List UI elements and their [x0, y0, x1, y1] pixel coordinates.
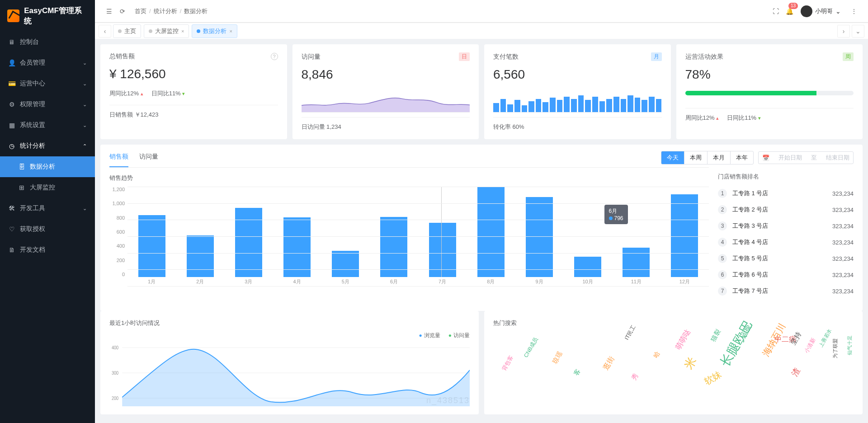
sidebar-item[interactable]: ▦系统设置⌄ — [0, 115, 95, 136]
user-menu-chevron-icon[interactable]: ⌄ — [835, 8, 841, 15]
hot-search-title: 热门搜索 — [493, 319, 854, 327]
menu-icon: ◷ — [8, 142, 15, 150]
wordcloud-word[interactable]: 坚持 — [789, 330, 803, 346]
card-title: 支付笔数 — [493, 53, 519, 61]
wordcloud-word[interactable]: 上善若水 — [817, 327, 833, 348]
rank-item[interactable]: 4工专路 4 号店323,234 — [718, 234, 854, 250]
sales-footer: 日销售额 ￥12,423 — [109, 105, 278, 119]
menu-icon: 🗄 — [18, 163, 25, 170]
chevron-icon: ⌄ — [83, 206, 87, 212]
legend-visits[interactable]: 访问量 — [448, 332, 470, 339]
page-tab[interactable]: 数据分析× — [192, 24, 237, 38]
chevron-icon: ⌃ — [83, 143, 87, 149]
wordcloud-word[interactable]: 逛街 — [601, 354, 617, 371]
menu-icon: ▦ — [8, 122, 15, 129]
wordcloud-word[interactable]: 小清新 — [803, 336, 818, 354]
rank-item[interactable]: 3工专路 3 号店323,234 — [718, 218, 854, 234]
visits-footer: 日访问量 1,234 — [302, 117, 470, 131]
collapse-sidebar-button[interactable]: ☰ — [102, 5, 116, 18]
sidebar-item[interactable]: 🗎开发文档 — [0, 240, 95, 260]
close-icon[interactable]: × — [229, 28, 232, 34]
date-range-picker[interactable]: 📅 开始日期 至 结束日期 — [758, 151, 854, 164]
rank-item[interactable]: 1工专路 1 号店323,234 — [718, 185, 854, 202]
wordcloud-word[interactable]: 为了联盟 — [832, 338, 839, 358]
help-icon[interactable]: ? — [271, 53, 278, 60]
sidebar-item[interactable]: ◷统计分析⌃ — [0, 136, 95, 156]
period-chip: 月 — [651, 52, 662, 61]
avatar[interactable] — [801, 5, 812, 17]
sidebar-subitem[interactable]: 🗄数据分析 — [0, 156, 95, 177]
sidebar-item[interactable]: 🖥控制台 — [0, 32, 95, 52]
more-button[interactable]: ⋮ — [847, 5, 861, 18]
wordcloud-word[interactable]: 软妹 — [702, 368, 724, 388]
card-title: 访问量 — [302, 53, 321, 61]
sales-trend-card: 销售额 访问量 今天本周本月本年 📅 开始日期 至 结束日期 销售趋势 — [100, 145, 863, 311]
range-button[interactable]: 本年 — [731, 151, 753, 164]
wordcloud-word[interactable]: 背包客 — [500, 354, 515, 372]
wordcloud-word[interactable]: CNB成员 — [522, 336, 540, 359]
chevron-icon: ⌄ — [83, 102, 87, 108]
sidebar-item[interactable]: ♡获取授权 — [0, 219, 95, 240]
page-tab[interactable]: 大屏监控× — [144, 24, 189, 38]
tabs-prev[interactable]: ‹ — [99, 25, 111, 38]
sidebar-item[interactable]: ⚙权限管理⌄ — [0, 94, 95, 115]
range-button[interactable]: 今天 — [661, 151, 684, 164]
sidebar-item[interactable]: 🛠开发工具⌄ — [0, 198, 95, 219]
sidebar-subitem[interactable]: ⊞大屏监控 — [0, 177, 95, 198]
page-tab[interactable]: 主页 — [113, 24, 141, 38]
tab-visits[interactable]: 访问量 — [139, 153, 158, 167]
chevron-icon: ⌄ — [83, 81, 87, 87]
wordcloud-word[interactable]: 仙气十足 — [846, 335, 853, 355]
period-chip: 日 — [459, 52, 470, 61]
menu-icon: 🛠 — [8, 205, 15, 212]
wordcloud-word[interactable]: 渣 — [789, 366, 802, 378]
wordcloud-word[interactable]: 猫裂 — [709, 328, 723, 343]
reload-button[interactable]: ⟳ — [116, 5, 129, 18]
visits-sparkline — [302, 90, 470, 113]
svg-text:300: 300 — [112, 370, 119, 376]
rank-item[interactable]: 6工专路 6 号店323,234 — [718, 267, 854, 283]
notifications-button[interactable]: 🔔 13 — [783, 5, 796, 18]
tabs-menu[interactable]: ⌄ — [852, 25, 864, 38]
fullscreen-button[interactable]: ⛶ — [769, 5, 783, 18]
rank-item[interactable]: 5工专路 5 号店323,234 — [718, 250, 854, 267]
sidebar-item[interactable]: 👤会员管理⌄ — [0, 52, 95, 73]
menu-icon: 🗎 — [8, 246, 15, 254]
menu-icon: 💳 — [8, 80, 15, 87]
wordcloud-word[interactable]: 客 — [572, 367, 583, 377]
app-logo[interactable]: EasyCMF管理系统 — [0, 0, 95, 32]
stat-card-campaign: 运营活动效果 周 78% 周同比12% ▴ 日同比11% ▾ — [676, 44, 863, 139]
tab-sales[interactable]: 销售额 — [109, 153, 128, 167]
card-title: 运营活动效果 — [685, 53, 723, 61]
range-button[interactable]: 本月 — [708, 151, 731, 164]
recent-visits-card: 最近1小时访问情况 浏览量 访问量 400 300 200 — [100, 311, 479, 414]
page-tabs: ‹ 主页大屏监控×数据分析× › ⌄ — [95, 23, 868, 39]
legend-views[interactable]: 浏览量 — [419, 332, 440, 339]
tabs-next[interactable]: › — [837, 25, 850, 38]
wordcloud-word[interactable]: 秀 — [630, 372, 641, 381]
close-icon[interactable]: × — [181, 28, 184, 34]
stat-card-visits: 访问量 日 8,846 日访问量 1,234 — [292, 44, 479, 139]
topbar: ☰ ⟳ 首页/统计分析/数据分析 ⛶ 🔔 13 小明哥 ⌄ ⋮ — [95, 0, 868, 23]
menu-icon: 🖥 — [8, 38, 15, 46]
range-button[interactable]: 本周 — [684, 151, 708, 164]
wordcloud-word[interactable]: 哈 — [652, 350, 662, 359]
chevron-icon: ⌄ — [83, 122, 87, 128]
chart-subtitle: 销售趋势 — [109, 174, 709, 182]
payments-footer: 转化率 60% — [493, 117, 662, 131]
chart-tooltip: 6月 796 — [604, 205, 628, 224]
wordcloud-word[interactable]: 米 — [680, 354, 700, 372]
stat-card-sales: 总销售额 ? ¥ 126,560 周同比12% ▴ 日同比11% ▾ 日销售额 … — [100, 44, 287, 139]
wordcloud-word[interactable]: 萌萌哒 — [674, 328, 693, 351]
rank-item[interactable]: 7工专路 7 号店323,234 — [718, 283, 854, 299]
sales-value: ¥ 126,560 — [109, 67, 278, 81]
rank-item[interactable]: 2工专路 2 号店323,234 — [718, 202, 854, 218]
username[interactable]: 小明哥 — [815, 7, 833, 15]
watermark: n_438513 — [426, 396, 470, 405]
calendar-icon: 📅 — [762, 155, 769, 161]
sidebar-item[interactable]: 💳运营中心⌄ — [0, 73, 95, 94]
logo-icon — [7, 9, 19, 22]
wordcloud-word[interactable]: 琼瑶 — [551, 350, 565, 365]
word-cloud: 长腿欧巴海纳百川中二病蓝瘦萌萌哒坚持米琼瑶CNB成员背包客IT民工逛街软妹为了联… — [493, 332, 854, 390]
notification-badge: 13 — [788, 3, 798, 9]
